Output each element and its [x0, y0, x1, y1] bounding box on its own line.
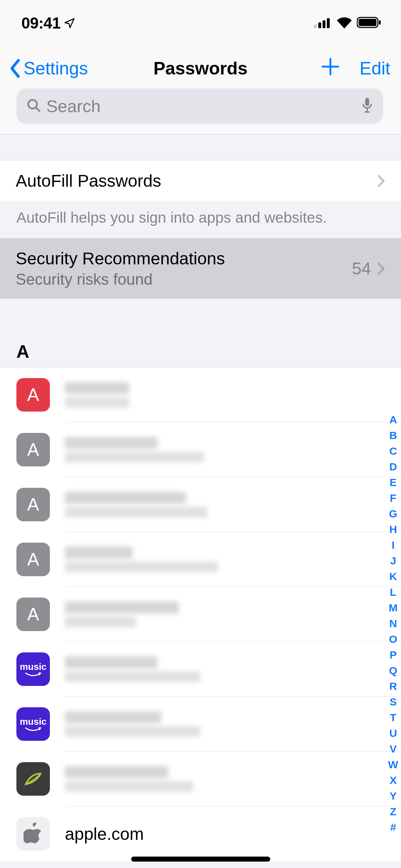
password-row[interactable]: A — [0, 587, 401, 642]
svg-line-8 — [36, 107, 40, 111]
index-letter[interactable]: F — [390, 490, 396, 506]
redacted-title — [65, 437, 158, 449]
index-letter[interactable]: V — [390, 741, 397, 757]
row-body — [65, 422, 401, 477]
redacted-title — [65, 601, 179, 614]
security-recommendations-row[interactable]: Security Recommendations Security risks … — [0, 238, 401, 299]
index-letter[interactable]: W — [388, 757, 398, 773]
index-letter[interactable]: E — [390, 475, 397, 490]
redacted-title — [65, 382, 129, 394]
redacted-subtitle — [65, 671, 200, 682]
site-icon: A — [16, 378, 50, 412]
index-letter[interactable]: B — [389, 428, 397, 443]
index-letter[interactable]: X — [390, 773, 397, 788]
password-row[interactable] — [0, 751, 401, 806]
add-button[interactable] — [321, 56, 340, 81]
chevron-right-icon — [377, 174, 385, 188]
content: AutoFill Passwords AutoFill helps you si… — [0, 134, 401, 861]
section-header: A — [0, 338, 401, 367]
site-icon — [16, 817, 50, 851]
password-row[interactable]: A — [0, 477, 401, 532]
index-letter[interactable]: I — [392, 537, 395, 553]
site-icon: A — [16, 433, 50, 466]
cellular-icon — [314, 17, 332, 30]
svg-rect-6 — [379, 20, 381, 25]
site-icon: A — [16, 598, 50, 631]
password-row[interactable]: A — [0, 422, 401, 477]
index-letter[interactable]: M — [389, 600, 398, 616]
redacted-title — [65, 656, 158, 668]
alphabet-index[interactable]: ABCDEFGHIJKLMNOPQRSTUVWXYZ# — [387, 412, 400, 835]
svg-rect-2 — [323, 20, 325, 28]
edit-button[interactable]: Edit — [360, 58, 390, 79]
redacted-subtitle — [65, 397, 129, 408]
index-letter[interactable]: N — [389, 616, 397, 631]
group-separator — [0, 299, 401, 338]
battery-icon — [357, 16, 382, 30]
redacted-subtitle — [65, 507, 207, 517]
svg-rect-1 — [318, 22, 321, 28]
row-body — [65, 697, 401, 751]
redacted-subtitle — [65, 452, 204, 463]
index-letter[interactable]: Z — [390, 804, 396, 820]
site-icon — [16, 762, 50, 796]
home-indicator[interactable] — [131, 857, 270, 862]
redacted-subtitle — [65, 616, 136, 627]
redacted-subtitle — [65, 726, 200, 737]
index-letter[interactable]: Q — [389, 663, 397, 678]
security-subtitle: Security risks found — [16, 270, 225, 288]
autofill-note: AutoFill helps you sign into apps and we… — [0, 201, 401, 238]
index-letter[interactable]: # — [390, 820, 396, 835]
row-body — [65, 751, 401, 806]
security-count: 54 — [352, 259, 371, 278]
index-letter[interactable]: H — [389, 522, 397, 537]
status-time: 09:41 — [21, 14, 61, 32]
password-row[interactable]: apple.com — [0, 806, 401, 861]
chevron-right-icon — [377, 262, 385, 275]
redacted-title — [65, 492, 186, 504]
entry-title: apple.com — [65, 824, 380, 844]
index-letter[interactable]: J — [390, 553, 396, 569]
index-letter[interactable]: O — [389, 631, 397, 647]
search-input[interactable] — [46, 97, 356, 116]
site-icon: music — [16, 652, 50, 686]
index-letter[interactable]: U — [389, 725, 397, 741]
index-letter[interactable]: P — [390, 647, 397, 663]
index-letter[interactable]: A — [389, 412, 397, 428]
index-letter[interactable]: C — [389, 443, 397, 459]
svg-rect-9 — [365, 98, 369, 106]
index-letter[interactable]: T — [390, 710, 396, 725]
redacted-title — [65, 766, 168, 778]
svg-rect-5 — [359, 19, 376, 26]
password-row[interactable]: music — [0, 642, 401, 697]
password-row[interactable]: music — [0, 697, 401, 751]
status-time-group: 09:41 — [21, 14, 76, 32]
index-letter[interactable]: S — [390, 694, 397, 710]
search-icon — [26, 98, 41, 114]
chevron-left-icon — [9, 59, 22, 78]
site-icon: A — [16, 543, 50, 576]
status-bar: 09:41 — [0, 0, 401, 46]
svg-rect-3 — [327, 18, 330, 28]
back-label: Settings — [24, 58, 88, 79]
password-row[interactable]: A — [0, 532, 401, 587]
index-letter[interactable]: Y — [390, 788, 397, 804]
row-body — [65, 477, 401, 532]
search-field[interactable] — [16, 88, 383, 124]
index-letter[interactable]: L — [390, 584, 396, 600]
redacted-title — [65, 711, 161, 723]
redacted-subtitle — [65, 562, 218, 572]
index-letter[interactable]: G — [389, 506, 397, 522]
back-button[interactable]: Settings — [9, 58, 88, 79]
password-row[interactable]: A — [0, 367, 401, 422]
index-letter[interactable]: R — [389, 678, 397, 694]
page-title: Passwords — [153, 58, 247, 79]
status-indicators — [314, 16, 382, 30]
security-title: Security Recommendations — [16, 249, 225, 268]
autofill-passwords-row[interactable]: AutoFill Passwords — [0, 160, 401, 201]
index-letter[interactable]: D — [389, 459, 397, 475]
row-body — [65, 367, 401, 422]
index-letter[interactable]: K — [389, 569, 397, 584]
row-body — [65, 587, 401, 642]
dictation-icon[interactable] — [361, 97, 373, 115]
